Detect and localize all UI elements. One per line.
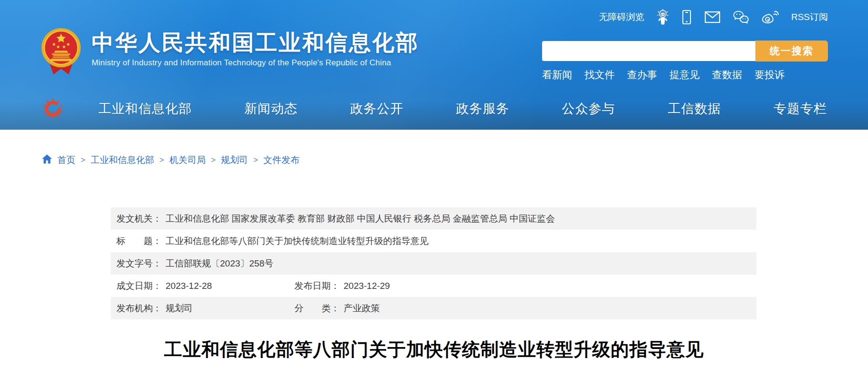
mobile-icon[interactable] [681, 10, 692, 25]
breadcrumb-separator: > [81, 155, 85, 165]
quick-link-data[interactable]: 查数据 [712, 68, 742, 82]
main-nav: 工业和信息化部 新闻动态 政务公开 政务服务 公众参与 工信数据 专题专栏 [42, 97, 827, 121]
nav-item-public-participation[interactable]: 公众参与 [562, 100, 615, 117]
miit-e-logo-icon [42, 98, 64, 120]
national-emblem-icon [40, 28, 82, 77]
wechat-icon[interactable] [733, 10, 749, 24]
page: 无障碍浏览 [0, 0, 868, 369]
meta-label: 分 类： [294, 302, 340, 315]
breadcrumb-separator: > [253, 155, 258, 165]
search-button[interactable]: 统一搜索 [755, 41, 828, 62]
breadcrumb-departments[interactable]: 机关司局 [169, 154, 206, 166]
quick-link-suggestions[interactable]: 提意见 [669, 68, 700, 82]
meta-label: 发文机关： [116, 213, 162, 225]
mascot-robot-svg [657, 9, 669, 25]
meta-row-issuing-agencies: 发文机关： 工业和信息化部 国家发展改革委 教育部 财政部 中国人民银行 税务总… [111, 207, 756, 230]
meta-value: 工业和信息化部等八部门关于加快传统制造业转型升级的指导意见 [166, 235, 429, 247]
breadcrumb-home[interactable]: 首页 [57, 154, 75, 166]
meta-label: 标 题： [116, 235, 162, 247]
miit-e-logo-svg [42, 98, 64, 120]
utility-bar: 无障碍浏览 [599, 8, 828, 27]
national-emblem-svg [40, 28, 82, 75]
rss-link[interactable]: RSS订阅 [791, 11, 828, 23]
nav-item-miit-data[interactable]: 工信数据 [668, 100, 721, 117]
brand: 中华人民共和国工业和信息化部 Ministry of Industry and … [40, 28, 419, 77]
meta-row-doc-number: 发文字号： 工信部联规〔2023〕258号 [111, 252, 756, 275]
meta-label: 发文字号： [116, 257, 162, 270]
meta-value: 2023-12-29 [344, 281, 390, 291]
meta-value: 2023-12-28 [166, 281, 212, 291]
brand-text: 中华人民共和国工业和信息化部 Ministry of Industry and … [92, 28, 419, 68]
meta-value: 产业政策 [344, 302, 380, 315]
accessibility-link[interactable]: 无障碍浏览 [599, 11, 644, 23]
mascot-robot-icon[interactable] [657, 9, 669, 25]
nav-item-miit[interactable]: 工业和信息化部 [98, 100, 192, 117]
meta-value: 工信部联规〔2023〕258号 [166, 257, 273, 270]
nav-item-special-topics[interactable]: 专题专栏 [774, 100, 827, 117]
breadcrumb-miit[interactable]: 工业和信息化部 [91, 154, 154, 166]
quick-link-complaints[interactable]: 要投诉 [754, 68, 784, 82]
breadcrumb-document-release[interactable]: 文件发布 [263, 154, 300, 166]
quick-link-news[interactable]: 看新闻 [542, 68, 572, 82]
nav-item-gov-disclosure[interactable]: 政务公开 [350, 100, 404, 117]
quick-links: 看新闻 找文件 查办事 提意见 查数据 要投诉 [542, 68, 784, 82]
meta-pair-publisher: 发布机构： 规划司 [116, 302, 294, 315]
meta-value: 工业和信息化部 国家发展改革委 教育部 财政部 中国人民银行 税务总局 金融监管… [166, 213, 555, 225]
home-svg [42, 154, 52, 164]
nav-list: 工业和信息化部 新闻动态 政务公开 政务服务 公众参与 工信数据 专题专栏 [98, 100, 827, 117]
article-title: 工业和信息化部等八部门关于加快传统制造业转型升级的指导意见 [0, 338, 868, 362]
nav-item-news[interactable]: 新闻动态 [244, 100, 298, 117]
meta-value: 规划司 [166, 302, 193, 315]
breadcrumb-separator: > [211, 155, 216, 165]
search-input[interactable] [542, 41, 755, 61]
meta-row-dates: 成文日期： 2023-12-28 发布日期： 2023-12-29 [111, 275, 756, 297]
site-title: 中华人民共和国工业和信息化部 [92, 31, 419, 55]
quick-link-documents[interactable]: 找文件 [585, 68, 615, 82]
quick-link-services[interactable]: 查办事 [627, 68, 657, 82]
meta-label: 发布机构： [116, 302, 162, 315]
breadcrumb-separator: > [159, 155, 164, 165]
meta-pair-category: 分 类： 产业政策 [294, 302, 380, 315]
doc-meta-table: 发文机关： 工业和信息化部 国家发展改革委 教育部 财政部 中国人民银行 税务总… [111, 207, 756, 319]
weibo-svg [762, 10, 779, 24]
meta-row-publisher-category: 发布机构： 规划司 分 类： 产业政策 [111, 297, 756, 319]
meta-label: 成文日期： [116, 280, 162, 292]
site-subtitle: Ministry of Industry and Information Tec… [92, 58, 419, 68]
site-header: 无障碍浏览 [0, 0, 868, 130]
meta-row-title: 标 题： 工业和信息化部等八部门关于加快传统制造业转型升级的指导意见 [111, 230, 756, 252]
mail-icon[interactable] [704, 11, 721, 23]
meta-pair-publish-date: 发布日期： 2023-12-29 [294, 280, 390, 292]
breadcrumb: 首页 > 工业和信息化部 > 机关司局 > 规划司 > 文件发布 [42, 154, 300, 166]
meta-label: 发布日期： [294, 280, 340, 292]
breadcrumb-planning-dept[interactable]: 规划司 [221, 154, 248, 166]
home-icon[interactable] [42, 154, 52, 166]
nav-item-gov-services[interactable]: 政务服务 [456, 100, 509, 117]
mail-svg [704, 11, 721, 23]
meta-pair-written-date: 成文日期： 2023-12-28 [116, 280, 294, 292]
wechat-svg [733, 10, 749, 24]
mobile-svg [681, 10, 692, 25]
weibo-icon[interactable] [762, 10, 779, 24]
